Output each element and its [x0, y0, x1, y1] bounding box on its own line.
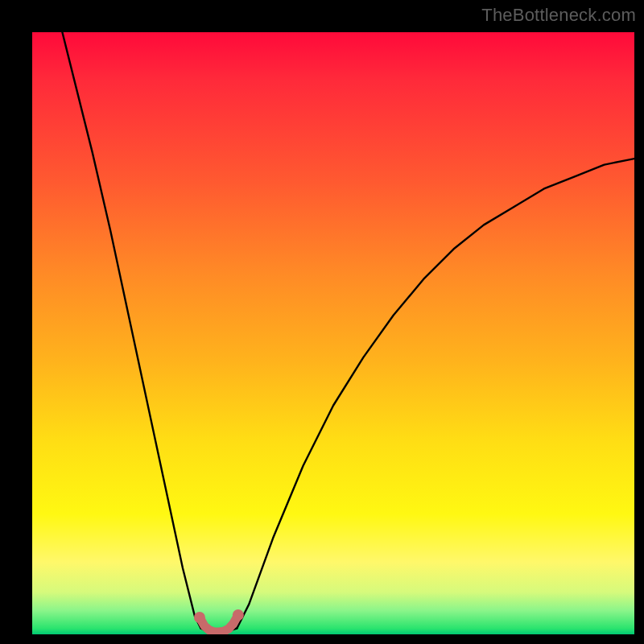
watermark-label: TheBottleneck.com — [481, 5, 636, 26]
valley-end-dot — [233, 609, 244, 621]
plot-area — [32, 32, 634, 634]
curve-layer — [32, 32, 634, 634]
valley-end-dot — [194, 612, 205, 623]
main-curve — [62, 32, 634, 633]
chart-frame: TheBottleneck.com — [0, 0, 644, 644]
right-branch-path — [237, 159, 634, 628]
left-branch-path — [62, 32, 200, 629]
valley-u-stroke — [200, 615, 238, 632]
